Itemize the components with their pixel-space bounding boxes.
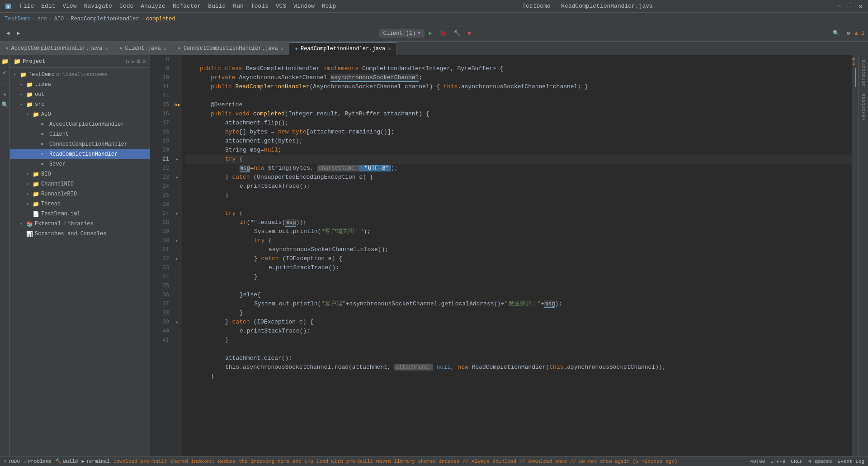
ln-31: 31 [150,245,173,254]
encoding-selector[interactable]: UTF-8 [770,459,785,464]
bookmarks-icon[interactable]: ★ [0,90,9,99]
sidebar-favorites-label[interactable]: Favorites [860,91,867,123]
tab-client[interactable]: ● Client.java ✕ [114,42,172,55]
menu-vcs[interactable]: VCS [272,2,290,10]
tree-label-aio: AIO [41,111,51,118]
gutter-16 [173,109,182,119]
problems-button[interactable]: ⚠ Problems [24,458,52,464]
build-button[interactable]: 🔨 [451,29,463,38]
tab-close-accept[interactable]: ✕ [105,46,108,52]
terminal-button[interactable]: ▶ Terminal [81,458,109,464]
tree-item-thread[interactable]: ▾ 📁 Thread [10,199,150,209]
tree-item-client[interactable]: ● Client [10,129,150,139]
project-header: 📁 Project ↻ ≡ ⚙ ✕ [10,55,150,68]
ln-28: 28 [150,218,173,227]
line-sep-selector[interactable]: CRLF [791,459,802,464]
tree-label-channelnio: ChannelNIO [41,181,74,187]
code-container[interactable]: 8 9 10 11 14 15 16 17 18 19 20 21 22 23 … [150,55,852,456]
structure-icon[interactable]: ≡ [0,79,9,88]
tree-icon-client: ● [41,131,48,138]
tree-item-scratches[interactable]: 📊 Scratches and Consoles [10,229,150,239]
gutter-19 [173,137,182,146]
project-settings-btn[interactable]: ⚙ [137,57,140,65]
tree-item-idea[interactable]: ▾ 📁 .idea [10,80,150,90]
code-line-10: private AsynchronousSocketChannel asynch… [185,73,852,82]
toolbar-forward[interactable]: ▶ [14,29,23,38]
code-line-19: attachment.get(bytes); [185,137,852,146]
breadcrumb-method[interactable]: completed [146,16,175,22]
breadcrumb-class[interactable]: ReadCompletionHandler [71,16,139,22]
menu-run[interactable]: Run [229,2,247,10]
tree-item-connect[interactable]: ● ConnectCompletionHandler [10,139,150,149]
gutter-38 [173,309,182,318]
stop-button[interactable]: ■ [465,29,473,38]
tree-icon-iml: 📄 [33,211,40,218]
todo-button[interactable]: ✓ TODO [4,458,20,464]
menu-analyze[interactable]: Analyze [137,2,169,10]
settings-button[interactable]: ⚙ [844,29,853,38]
code-line-42 [185,345,852,354]
debug-button[interactable]: 🐞 [437,29,449,38]
menu-navigate[interactable]: Navigate [80,2,116,10]
breadcrumb-src[interactable]: src [38,16,47,22]
menu-code[interactable]: Code [116,2,137,10]
project-close-btn[interactable]: ✕ [142,57,146,65]
tab-connect[interactable]: ● ConnectCompletionHandler.java ✕ [172,42,289,55]
tab-icon-accept: ● [5,46,9,51]
ln-18: 18 [150,128,173,137]
code-line-44: this.asynchronousSocketChannel.read(atta… [185,363,852,372]
menu-file[interactable]: File [16,2,38,10]
indent-selector[interactable]: 4 spaces [808,459,832,464]
close-button[interactable]: ✕ [857,3,864,10]
minimize-button[interactable]: ─ [835,3,843,10]
search-button[interactable]: 🔍 [830,29,842,38]
tab-accept[interactable]: ● AcceptCompletionHandler.java ✕ [0,42,114,55]
project-collapse-btn[interactable]: ≡ [131,58,135,65]
tab-label-accept: AcceptCompletionHandler.java [11,45,103,52]
tree-item-iml[interactable]: 📄 TestDemo.iml [10,209,150,219]
breadcrumb-aio[interactable]: AIO [54,16,64,22]
project-icon[interactable]: 📁 [0,57,9,66]
project-icon-header: 📁 [14,58,21,65]
toolbar-back[interactable]: ◀ [4,29,12,38]
tab-close-read[interactable]: ✕ [388,46,391,52]
ln-27: 27 [150,209,173,218]
find-icon[interactable]: 🔍 [0,100,9,109]
menu-window[interactable]: Window [290,2,318,10]
tree-item-sever[interactable]: ● Sever [10,159,150,169]
tree-item-out[interactable]: ▾ 📁 out [10,90,150,100]
event-log-button[interactable]: Event Log [838,459,864,464]
cursor-position[interactable]: 40:60 [750,459,765,464]
sidebar-structure-label[interactable]: Structure [860,57,867,89]
tree-item-runnablebio[interactable]: ▾ 📁 RunnableBIO [10,189,150,199]
code-lines[interactable]: public class ReadCompletionHandler imple… [182,55,852,456]
tab-close-client[interactable]: ✕ [164,46,167,52]
tree-item-bio[interactable]: ▾ 📁 BIO [10,169,150,179]
menu-view[interactable]: View [59,2,80,10]
tab-read[interactable]: ● ReadCompletionHandler.java ✕ [289,42,396,55]
breadcrumb-project[interactable]: TestDemo [5,16,31,22]
gutter-15: ⚙● [173,100,182,109]
commit-icon[interactable]: ✔ [0,68,9,77]
tree-item-src[interactable]: ▾ 📁 src [10,100,150,109]
tab-close-connect[interactable]: ✕ [281,46,284,52]
tree-item-channelnio[interactable]: ▾ 📁 ChannelNIO [10,179,150,189]
tree-item-read[interactable]: ● ReadCompletionHandler [10,149,150,159]
menu-build[interactable]: Build [204,2,229,10]
tree-icon-connect: ● [41,141,48,147]
menu-help[interactable]: Help [318,2,340,10]
menu-tools[interactable]: Tools [247,2,272,10]
tree-item-testdemo[interactable]: ▾ 📁 TestDemo D:\ideal\TestDemo [10,70,150,80]
gutter-20 [173,146,182,155]
code-line-33: e.printStackTrace(); [185,263,852,272]
maximize-button[interactable]: □ [846,3,854,10]
menu-edit[interactable]: Edit [38,2,59,10]
tree-item-accept[interactable]: ● AcceptCompletionHandler [10,119,150,129]
menu-refactor[interactable]: Refactor [169,2,204,10]
run-button[interactable]: ▶ [426,29,435,38]
run-config-selector[interactable]: Client (1) ▾ [379,29,424,38]
tree-item-aio[interactable]: ▾ 📁 AIO [10,109,150,119]
tree-item-ext-libs[interactable]: ▾ 📚 External Libraries [10,219,150,229]
project-sync-btn[interactable]: ↻ [125,57,129,65]
build-button-status[interactable]: 🔨 Build [55,458,78,464]
